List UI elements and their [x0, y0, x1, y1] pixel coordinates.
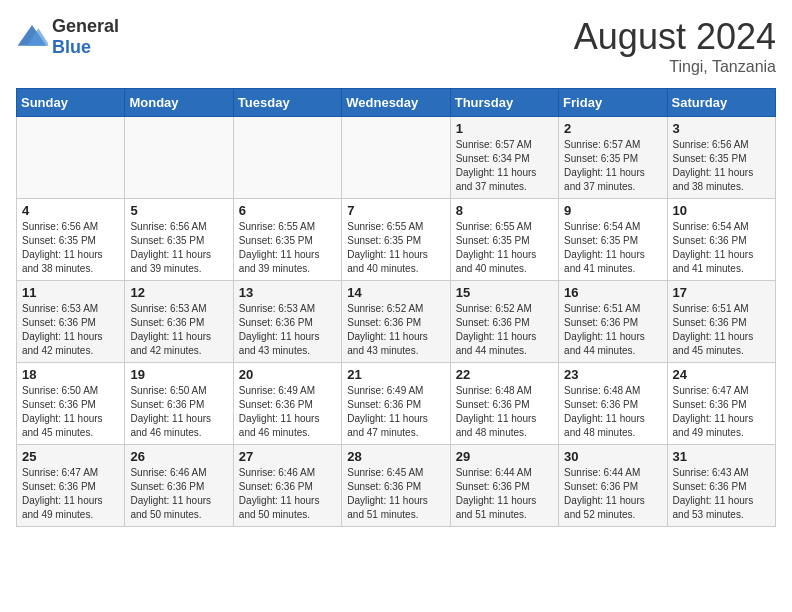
calendar-week-row: 11Sunrise: 6:53 AM Sunset: 6:36 PM Dayli… — [17, 281, 776, 363]
calendar-week-row: 18Sunrise: 6:50 AM Sunset: 6:36 PM Dayli… — [17, 363, 776, 445]
cell-info: Sunrise: 6:49 AM Sunset: 6:36 PM Dayligh… — [239, 384, 336, 440]
calendar-cell: 23Sunrise: 6:48 AM Sunset: 6:36 PM Dayli… — [559, 363, 667, 445]
cell-info: Sunrise: 6:43 AM Sunset: 6:36 PM Dayligh… — [673, 466, 770, 522]
location: Tingi, Tanzania — [574, 58, 776, 76]
weekday-header-monday: Monday — [125, 89, 233, 117]
cell-info: Sunrise: 6:49 AM Sunset: 6:36 PM Dayligh… — [347, 384, 444, 440]
logo: General Blue — [16, 16, 119, 58]
page-header: General Blue August 2024 Tingi, Tanzania — [16, 16, 776, 76]
calendar-cell: 14Sunrise: 6:52 AM Sunset: 6:36 PM Dayli… — [342, 281, 450, 363]
cell-info: Sunrise: 6:56 AM Sunset: 6:35 PM Dayligh… — [673, 138, 770, 194]
weekday-header-friday: Friday — [559, 89, 667, 117]
logo-general: General — [52, 16, 119, 36]
calendar-cell: 19Sunrise: 6:50 AM Sunset: 6:36 PM Dayli… — [125, 363, 233, 445]
logo-icon — [16, 23, 48, 51]
weekday-header-thursday: Thursday — [450, 89, 558, 117]
cell-info: Sunrise: 6:47 AM Sunset: 6:36 PM Dayligh… — [673, 384, 770, 440]
day-number: 1 — [456, 121, 553, 136]
calendar-cell: 12Sunrise: 6:53 AM Sunset: 6:36 PM Dayli… — [125, 281, 233, 363]
day-number: 27 — [239, 449, 336, 464]
calendar-cell: 8Sunrise: 6:55 AM Sunset: 6:35 PM Daylig… — [450, 199, 558, 281]
calendar-cell: 7Sunrise: 6:55 AM Sunset: 6:35 PM Daylig… — [342, 199, 450, 281]
day-number: 6 — [239, 203, 336, 218]
day-number: 9 — [564, 203, 661, 218]
calendar-cell: 2Sunrise: 6:57 AM Sunset: 6:35 PM Daylig… — [559, 117, 667, 199]
calendar-cell: 28Sunrise: 6:45 AM Sunset: 6:36 PM Dayli… — [342, 445, 450, 527]
cell-info: Sunrise: 6:46 AM Sunset: 6:36 PM Dayligh… — [130, 466, 227, 522]
calendar-cell: 3Sunrise: 6:56 AM Sunset: 6:35 PM Daylig… — [667, 117, 775, 199]
cell-info: Sunrise: 6:55 AM Sunset: 6:35 PM Dayligh… — [456, 220, 553, 276]
weekday-header-tuesday: Tuesday — [233, 89, 341, 117]
calendar-cell: 13Sunrise: 6:53 AM Sunset: 6:36 PM Dayli… — [233, 281, 341, 363]
cell-info: Sunrise: 6:57 AM Sunset: 6:35 PM Dayligh… — [564, 138, 661, 194]
cell-info: Sunrise: 6:54 AM Sunset: 6:36 PM Dayligh… — [673, 220, 770, 276]
calendar-cell: 22Sunrise: 6:48 AM Sunset: 6:36 PM Dayli… — [450, 363, 558, 445]
day-number: 10 — [673, 203, 770, 218]
day-number: 4 — [22, 203, 119, 218]
calendar-cell: 24Sunrise: 6:47 AM Sunset: 6:36 PM Dayli… — [667, 363, 775, 445]
cell-info: Sunrise: 6:44 AM Sunset: 6:36 PM Dayligh… — [456, 466, 553, 522]
calendar-cell: 20Sunrise: 6:49 AM Sunset: 6:36 PM Dayli… — [233, 363, 341, 445]
day-number: 2 — [564, 121, 661, 136]
day-number: 28 — [347, 449, 444, 464]
cell-info: Sunrise: 6:52 AM Sunset: 6:36 PM Dayligh… — [347, 302, 444, 358]
day-number: 26 — [130, 449, 227, 464]
calendar-cell: 9Sunrise: 6:54 AM Sunset: 6:35 PM Daylig… — [559, 199, 667, 281]
day-number: 19 — [130, 367, 227, 382]
cell-info: Sunrise: 6:54 AM Sunset: 6:35 PM Dayligh… — [564, 220, 661, 276]
calendar-cell — [233, 117, 341, 199]
calendar-cell: 6Sunrise: 6:55 AM Sunset: 6:35 PM Daylig… — [233, 199, 341, 281]
day-number: 21 — [347, 367, 444, 382]
day-number: 31 — [673, 449, 770, 464]
title-area: August 2024 Tingi, Tanzania — [574, 16, 776, 76]
cell-info: Sunrise: 6:53 AM Sunset: 6:36 PM Dayligh… — [239, 302, 336, 358]
calendar-cell: 10Sunrise: 6:54 AM Sunset: 6:36 PM Dayli… — [667, 199, 775, 281]
calendar-cell: 21Sunrise: 6:49 AM Sunset: 6:36 PM Dayli… — [342, 363, 450, 445]
calendar-cell — [342, 117, 450, 199]
day-number: 14 — [347, 285, 444, 300]
calendar-cell: 26Sunrise: 6:46 AM Sunset: 6:36 PM Dayli… — [125, 445, 233, 527]
cell-info: Sunrise: 6:55 AM Sunset: 6:35 PM Dayligh… — [347, 220, 444, 276]
day-number: 11 — [22, 285, 119, 300]
cell-info: Sunrise: 6:50 AM Sunset: 6:36 PM Dayligh… — [22, 384, 119, 440]
calendar-cell: 17Sunrise: 6:51 AM Sunset: 6:36 PM Dayli… — [667, 281, 775, 363]
day-number: 24 — [673, 367, 770, 382]
calendar-cell: 25Sunrise: 6:47 AM Sunset: 6:36 PM Dayli… — [17, 445, 125, 527]
cell-info: Sunrise: 6:47 AM Sunset: 6:36 PM Dayligh… — [22, 466, 119, 522]
day-number: 15 — [456, 285, 553, 300]
cell-info: Sunrise: 6:52 AM Sunset: 6:36 PM Dayligh… — [456, 302, 553, 358]
weekday-header-sunday: Sunday — [17, 89, 125, 117]
day-number: 12 — [130, 285, 227, 300]
calendar-cell: 11Sunrise: 6:53 AM Sunset: 6:36 PM Dayli… — [17, 281, 125, 363]
weekday-header-row: SundayMondayTuesdayWednesdayThursdayFrid… — [17, 89, 776, 117]
logo-text: General Blue — [52, 16, 119, 58]
calendar-cell: 18Sunrise: 6:50 AM Sunset: 6:36 PM Dayli… — [17, 363, 125, 445]
day-number: 8 — [456, 203, 553, 218]
cell-info: Sunrise: 6:48 AM Sunset: 6:36 PM Dayligh… — [564, 384, 661, 440]
calendar-cell: 5Sunrise: 6:56 AM Sunset: 6:35 PM Daylig… — [125, 199, 233, 281]
calendar-cell: 27Sunrise: 6:46 AM Sunset: 6:36 PM Dayli… — [233, 445, 341, 527]
day-number: 20 — [239, 367, 336, 382]
day-number: 3 — [673, 121, 770, 136]
day-number: 23 — [564, 367, 661, 382]
calendar-week-row: 25Sunrise: 6:47 AM Sunset: 6:36 PM Dayli… — [17, 445, 776, 527]
calendar-cell — [125, 117, 233, 199]
weekday-header-saturday: Saturday — [667, 89, 775, 117]
cell-info: Sunrise: 6:56 AM Sunset: 6:35 PM Dayligh… — [22, 220, 119, 276]
calendar-cell: 16Sunrise: 6:51 AM Sunset: 6:36 PM Dayli… — [559, 281, 667, 363]
day-number: 17 — [673, 285, 770, 300]
cell-info: Sunrise: 6:50 AM Sunset: 6:36 PM Dayligh… — [130, 384, 227, 440]
calendar-cell: 31Sunrise: 6:43 AM Sunset: 6:36 PM Dayli… — [667, 445, 775, 527]
day-number: 16 — [564, 285, 661, 300]
day-number: 30 — [564, 449, 661, 464]
weekday-header-wednesday: Wednesday — [342, 89, 450, 117]
day-number: 5 — [130, 203, 227, 218]
calendar-week-row: 1Sunrise: 6:57 AM Sunset: 6:34 PM Daylig… — [17, 117, 776, 199]
cell-info: Sunrise: 6:45 AM Sunset: 6:36 PM Dayligh… — [347, 466, 444, 522]
logo-blue: Blue — [52, 37, 91, 57]
day-number: 13 — [239, 285, 336, 300]
cell-info: Sunrise: 6:55 AM Sunset: 6:35 PM Dayligh… — [239, 220, 336, 276]
calendar-week-row: 4Sunrise: 6:56 AM Sunset: 6:35 PM Daylig… — [17, 199, 776, 281]
calendar-cell: 1Sunrise: 6:57 AM Sunset: 6:34 PM Daylig… — [450, 117, 558, 199]
calendar-cell: 15Sunrise: 6:52 AM Sunset: 6:36 PM Dayli… — [450, 281, 558, 363]
